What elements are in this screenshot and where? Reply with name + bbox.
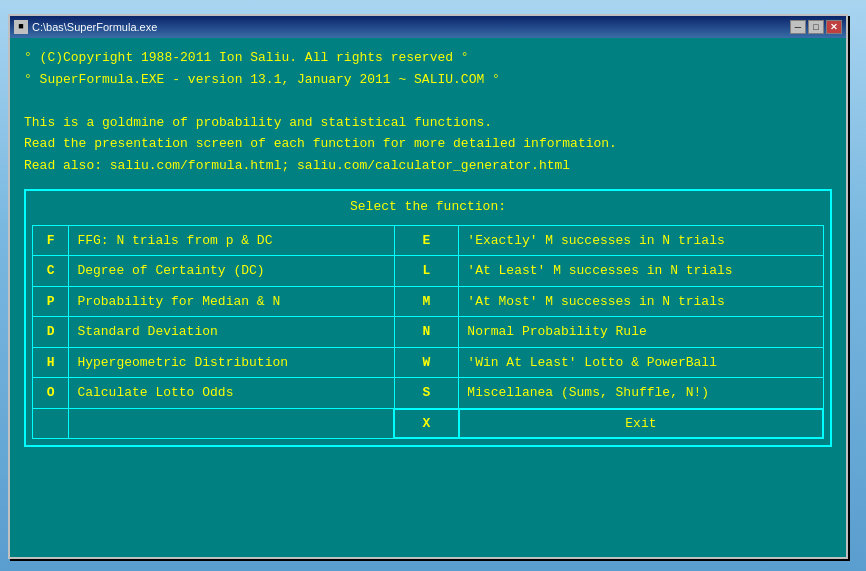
key-left-3[interactable]: D [33,317,69,348]
menu-wrapper: Select the function: F FFG: N trials fro… [24,189,832,447]
header-line2: ° SuperFormula.EXE - version 13.1, Janua… [24,70,832,90]
menu-row-1: C Degree of Certainty (DC) L 'At Least' … [33,256,824,287]
key-left-5[interactable]: O [33,378,69,409]
exit-row: X Exit [33,409,824,439]
label-right-0[interactable]: 'Exactly' M successes in N trials [459,225,823,256]
window-controls: ─ □ ✕ [790,20,842,34]
header-line3 [24,91,832,111]
header-line1: ° (C)Copyright 1988-2011 Ion Saliu. All … [24,48,832,68]
header-line5: Read the presentation screen of each fun… [24,134,832,154]
menu-row-4: H Hypergeometric Distribution W 'Win At … [33,347,824,378]
minimize-button[interactable]: ─ [790,20,806,34]
exit-label[interactable]: Exit [459,409,823,439]
menu-row-3: D Standard Deviation N Normal Probabilit… [33,317,824,348]
key-right-0[interactable]: E [394,225,459,256]
key-right-2[interactable]: M [394,286,459,317]
key-left-4[interactable]: H [33,347,69,378]
label-left-4[interactable]: Hypergeometric Distribution [69,347,394,378]
label-left-1[interactable]: Degree of Certainty (DC) [69,256,394,287]
key-right-4[interactable]: W [394,347,459,378]
label-right-5[interactable]: Miscellanea (Sums, Shuffle, N!) [459,378,823,409]
menu-table: F FFG: N trials from p & DC E 'Exactly' … [32,225,824,440]
key-right-3[interactable]: N [394,317,459,348]
menu-row-0: F FFG: N trials from p & DC E 'Exactly' … [33,225,824,256]
close-button[interactable]: ✕ [826,20,842,34]
key-right-1[interactable]: L [394,256,459,287]
title-bar: ■ C:\bas\SuperFormula.exe ─ □ ✕ [10,16,846,38]
exit-label-spacer [69,409,394,439]
header-line6: Read also: saliu.com/formula.html; saliu… [24,156,832,176]
label-left-3[interactable]: Standard Deviation [69,317,394,348]
header-text: ° (C)Copyright 1988-2011 Ion Saliu. All … [24,48,832,175]
label-left-2[interactable]: Probability for Median & N [69,286,394,317]
key-left-0[interactable]: F [33,225,69,256]
label-right-2[interactable]: 'At Most' M successes in N trials [459,286,823,317]
label-left-0[interactable]: FFG: N trials from p & DC [69,225,394,256]
window-icon: ■ [14,20,28,34]
maximize-button[interactable]: □ [808,20,824,34]
main-window: ■ C:\bas\SuperFormula.exe ─ □ ✕ ° (C)Cop… [8,14,848,559]
menu-row-2: P Probability for Median & N M 'At Most'… [33,286,824,317]
key-left-2[interactable]: P [33,286,69,317]
label-right-3[interactable]: Normal Probability Rule [459,317,823,348]
select-title: Select the function: [32,197,824,217]
label-left-5[interactable]: Calculate Lotto Odds [69,378,394,409]
header-line4: This is a goldmine of probability and st… [24,113,832,133]
label-right-1[interactable]: 'At Least' M successes in N trials [459,256,823,287]
exit-key-cell [33,409,69,439]
key-right-5[interactable]: S [394,378,459,409]
content-area: ° (C)Copyright 1988-2011 Ion Saliu. All … [10,38,846,557]
menu-row-5: O Calculate Lotto Odds S Miscellanea (Su… [33,378,824,409]
exit-key[interactable]: X [394,409,459,439]
window-title: C:\bas\SuperFormula.exe [32,21,786,33]
label-right-4[interactable]: 'Win At Least' Lotto & PowerBall [459,347,823,378]
key-left-1[interactable]: C [33,256,69,287]
